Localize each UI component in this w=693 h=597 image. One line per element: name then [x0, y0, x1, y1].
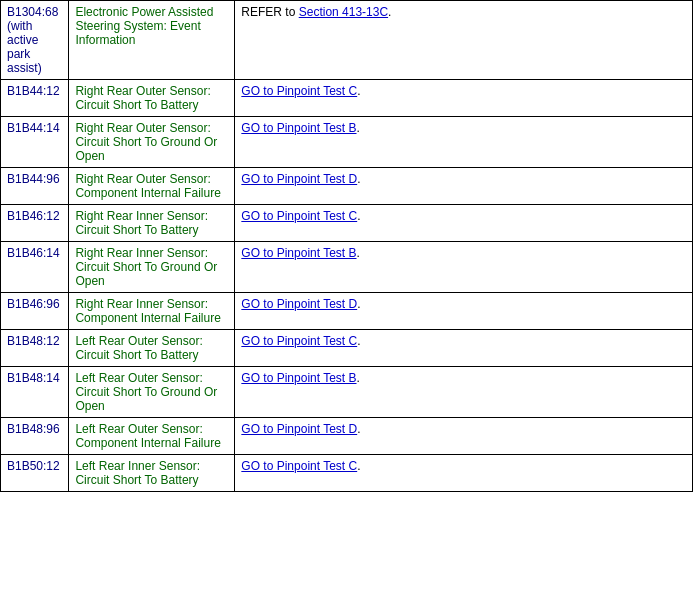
dtc-description: Left Rear Outer Sensor: Component Intern…	[69, 418, 235, 455]
action-suffix: .	[357, 371, 360, 385]
dtc-code: B1304:68 (with active park assist)	[1, 1, 69, 80]
dtc-code: B1B50:12	[1, 455, 69, 492]
table-row: B1B46:14Right Rear Inner Sensor: Circuit…	[1, 242, 693, 293]
dtc-description: Right Rear Outer Sensor: Component Inter…	[69, 168, 235, 205]
dtc-action[interactable]: GO to Pinpoint Test D.	[235, 418, 693, 455]
dtc-code: B1B46:12	[1, 205, 69, 242]
dtc-description: Right Rear Inner Sensor: Circuit Short T…	[69, 242, 235, 293]
action-link[interactable]: GO to Pinpoint Test C	[241, 459, 357, 473]
dtc-description: Right Rear Inner Sensor: Circuit Short T…	[69, 205, 235, 242]
action-suffix: .	[357, 297, 360, 311]
action-link[interactable]: GO to Pinpoint Test C	[241, 334, 357, 348]
action-link[interactable]: GO to Pinpoint Test B	[241, 246, 356, 260]
dtc-action[interactable]: GO to Pinpoint Test B.	[235, 117, 693, 168]
dtc-description: Left Rear Inner Sensor: Circuit Short To…	[69, 455, 235, 492]
action-link[interactable]: GO to Pinpoint Test B	[241, 121, 356, 135]
action-link[interactable]: GO to Pinpoint Test D	[241, 297, 357, 311]
dtc-code: B1B48:96	[1, 418, 69, 455]
table-row: B1B50:12Left Rear Inner Sensor: Circuit …	[1, 455, 693, 492]
table-row: B1B48:14Left Rear Outer Sensor: Circuit …	[1, 367, 693, 418]
action-suffix: .	[357, 84, 360, 98]
dtc-table: B1304:68 (with active park assist)Electr…	[0, 0, 693, 492]
dtc-action[interactable]: GO to Pinpoint Test C.	[235, 455, 693, 492]
table-row: B1B48:96Left Rear Outer Sensor: Componen…	[1, 418, 693, 455]
dtc-action[interactable]: GO to Pinpoint Test D.	[235, 168, 693, 205]
action-suffix: .	[357, 121, 360, 135]
dtc-action[interactable]: GO to Pinpoint Test C.	[235, 80, 693, 117]
dtc-action[interactable]: GO to Pinpoint Test B.	[235, 367, 693, 418]
action-suffix: .	[357, 209, 360, 223]
action-suffix: .	[357, 246, 360, 260]
dtc-code: B1B44:12	[1, 80, 69, 117]
action-link[interactable]: GO to Pinpoint Test C	[241, 84, 357, 98]
table-row: B1B46:96Right Rear Inner Sensor: Compone…	[1, 293, 693, 330]
dtc-description: Electronic Power Assisted Steering Syste…	[69, 1, 235, 80]
dtc-code: B1B48:12	[1, 330, 69, 367]
table-row: B1B44:14Right Rear Outer Sensor: Circuit…	[1, 117, 693, 168]
action-suffix: .	[357, 459, 360, 473]
table-row: B1B46:12Right Rear Inner Sensor: Circuit…	[1, 205, 693, 242]
dtc-action[interactable]: REFER to Section 413-13C.	[235, 1, 693, 80]
action-link[interactable]: Section 413-13C	[299, 5, 388, 19]
dtc-description: Right Rear Outer Sensor: Circuit Short T…	[69, 117, 235, 168]
dtc-code: B1B48:14	[1, 367, 69, 418]
dtc-description: Left Rear Outer Sensor: Circuit Short To…	[69, 330, 235, 367]
dtc-code: B1B46:96	[1, 293, 69, 330]
action-suffix: .	[357, 172, 360, 186]
action-suffix: .	[357, 422, 360, 436]
action-link[interactable]: GO to Pinpoint Test D	[241, 172, 357, 186]
action-link[interactable]: GO to Pinpoint Test B	[241, 371, 356, 385]
table-row: B1304:68 (with active park assist)Electr…	[1, 1, 693, 80]
dtc-description: Right Rear Inner Sensor: Component Inter…	[69, 293, 235, 330]
dtc-code: B1B44:14	[1, 117, 69, 168]
dtc-code: B1B44:96	[1, 168, 69, 205]
action-suffix: .	[357, 334, 360, 348]
dtc-description: Left Rear Outer Sensor: Circuit Short To…	[69, 367, 235, 418]
action-prefix: REFER to	[241, 5, 298, 19]
table-row: B1B44:12Right Rear Outer Sensor: Circuit…	[1, 80, 693, 117]
action-link[interactable]: GO to Pinpoint Test C	[241, 209, 357, 223]
action-suffix: .	[388, 5, 391, 19]
table-row: B1B44:96Right Rear Outer Sensor: Compone…	[1, 168, 693, 205]
dtc-code: B1B46:14	[1, 242, 69, 293]
dtc-description: Right Rear Outer Sensor: Circuit Short T…	[69, 80, 235, 117]
action-link[interactable]: GO to Pinpoint Test D	[241, 422, 357, 436]
dtc-action[interactable]: GO to Pinpoint Test B.	[235, 242, 693, 293]
dtc-action[interactable]: GO to Pinpoint Test C.	[235, 205, 693, 242]
dtc-action[interactable]: GO to Pinpoint Test C.	[235, 330, 693, 367]
dtc-action[interactable]: GO to Pinpoint Test D.	[235, 293, 693, 330]
table-row: B1B48:12Left Rear Outer Sensor: Circuit …	[1, 330, 693, 367]
